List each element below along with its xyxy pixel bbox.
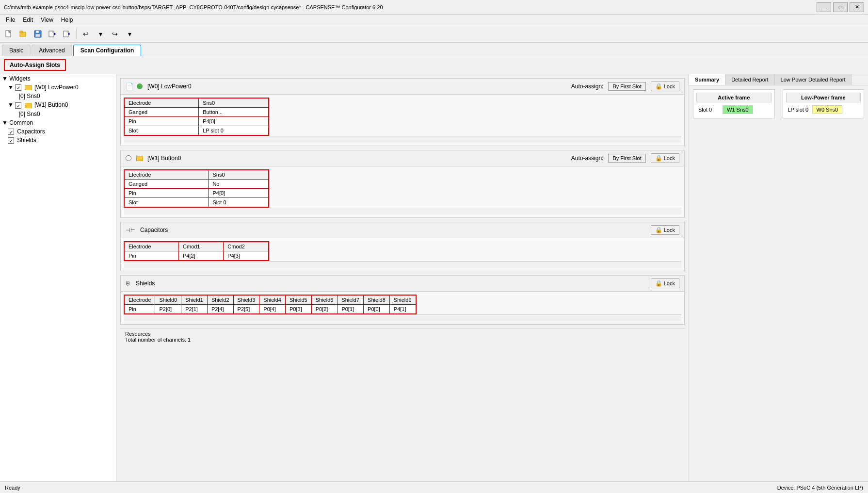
shields-body: Electrode Shield0 Shield1 Shield2 Shield…: [121, 292, 684, 324]
lowpower0-row-slot: Slot LP slot 0: [124, 126, 269, 136]
tree-arrow-common[interactable]: ▼: [2, 119, 8, 126]
button0-body: Electrode Sns0 Ganged No Pin P4[0] Slo: [121, 166, 684, 217]
sh-shield9-pin[interactable]: P4[1]: [389, 305, 416, 314]
lowpower0-auto-assign-btn[interactable]: By First Slot: [608, 82, 645, 91]
capacitors-lock-btn[interactable]: 🔒 Lock: [651, 225, 679, 235]
lowpower0-slot-value[interactable]: LP slot 0: [199, 126, 269, 136]
button0-lock-label: Lock: [664, 155, 675, 161]
menu-file[interactable]: File: [2, 16, 19, 24]
shields-table: Electrode Shield0 Shield1 Shield2 Shield…: [124, 295, 417, 314]
sh-shield5-pin[interactable]: P0[3]: [286, 305, 312, 314]
capacitors-table-header: Electrode Cmod1 Cmod2: [124, 242, 269, 251]
right-tab-summary[interactable]: Summary: [689, 74, 725, 85]
button0-lock-btn[interactable]: 🔒 Lock: [651, 153, 679, 163]
tree-common-group[interactable]: ▼ Common: [0, 118, 116, 127]
shields-lock-btn[interactable]: 🔒 Lock: [651, 279, 679, 288]
tab-basic[interactable]: Basic: [2, 45, 31, 56]
tree-arrow-w0[interactable]: ▼: [8, 84, 14, 91]
right-tab-detailed[interactable]: Detailed Report: [725, 74, 774, 85]
import-button[interactable]: [60, 27, 74, 41]
sh-shield1-pin[interactable]: P2[1]: [181, 305, 208, 314]
sh-shield0-pin[interactable]: P2[0]: [155, 305, 181, 314]
title-bar: C:/mtw/mtb-example-psoc4-msclp-low-power…: [0, 0, 868, 15]
open-button[interactable]: [16, 27, 30, 41]
tree-w0-lowpower0[interactable]: ▼ [W0] LowPower0: [0, 83, 116, 92]
menu-edit[interactable]: Edit: [19, 16, 37, 24]
button0-auto-assign-btn[interactable]: By First Slot: [608, 154, 645, 163]
button0-title: [W1] Button0: [147, 155, 568, 162]
auto-assign-slots-button[interactable]: Auto-Assign Slots: [4, 59, 66, 71]
undo-button[interactable]: ↩: [79, 27, 93, 41]
redo-button[interactable]: ↪: [108, 27, 122, 41]
maximize-button[interactable]: □: [833, 2, 848, 12]
svg-rect-4: [36, 31, 39, 33]
minimize-button[interactable]: —: [817, 2, 831, 12]
capacitors-title: Capacitors: [140, 227, 648, 233]
undo-dropdown[interactable]: ▾: [94, 27, 107, 41]
button0-scrollbar[interactable]: [124, 208, 681, 214]
cap-cmod1-pin[interactable]: P4[2]: [179, 251, 224, 261]
tree-w1-button0[interactable]: ▼ [W1] Button0: [0, 100, 116, 109]
center-panel: 📄 [W0] LowPower0 Auto-assign: By First S…: [116, 74, 689, 493]
button0-ganged-value[interactable]: No: [209, 180, 269, 189]
tree-checkbox-shields[interactable]: [8, 137, 14, 144]
tree-arrow-w1[interactable]: ▼: [8, 101, 14, 108]
lowpower0-pin-value[interactable]: P4[0]: [199, 117, 269, 126]
lowpower-frame-slot0-row: LP slot 0 W0 Sns0: [786, 104, 861, 115]
sh-col-shield4: Shield4: [259, 295, 286, 305]
tree-checkbox-w0[interactable]: [15, 84, 21, 91]
status-device: Device: PSoC 4 (5th Generation LP): [777, 485, 863, 491]
lowpower0-ganged-value[interactable]: Button...: [199, 108, 269, 117]
button0-slot-value[interactable]: Slot 0: [209, 198, 269, 208]
button0-pin-value[interactable]: P4[0]: [209, 189, 269, 198]
lowpower0-lock-btn[interactable]: 🔒 Lock: [651, 82, 679, 91]
right-tab-lowpower[interactable]: Low Power Detailed Report: [775, 74, 852, 85]
redo-dropdown[interactable]: ▾: [123, 27, 136, 41]
sh-shield3-pin[interactable]: P2[5]: [233, 305, 259, 314]
lowpower0-table-header: Electrode Sns0: [124, 98, 269, 108]
resources-info: Resources Total number of channels: 1: [120, 329, 685, 345]
tab-advanced[interactable]: Advanced: [32, 45, 72, 56]
save-button[interactable]: [31, 27, 45, 41]
lowpower0-scrollbar[interactable]: [124, 136, 681, 143]
button0-table: Electrode Sns0 Ganged No Pin P4[0] Slo: [124, 169, 269, 208]
button0-row-ganged: Ganged No: [124, 180, 269, 189]
tab-scan-configuration[interactable]: Scan Configuration: [73, 45, 142, 56]
sh-shield4-pin[interactable]: P0[4]: [259, 305, 286, 314]
menu-view[interactable]: View: [37, 16, 57, 24]
button0-folder-icon: [136, 156, 143, 161]
svg-rect-5: [35, 34, 40, 37]
button0-col-electrode: Electrode: [124, 170, 209, 180]
svg-rect-2: [20, 31, 23, 33]
tree-shields[interactable]: Shields: [0, 136, 116, 145]
new-button[interactable]: [2, 27, 16, 41]
title-text: C:/mtw/mtb-example-psoc4-msclp-low-power…: [4, 4, 383, 10]
cap-col-electrode: Electrode: [124, 242, 179, 251]
tree-w0-sns0[interactable]: [0] Sns0: [0, 92, 116, 100]
export-button[interactable]: [46, 27, 59, 41]
tree-folder-w1: [25, 103, 32, 108]
tree-arrow-widgets[interactable]: ▼: [2, 75, 8, 82]
shields-scrollbar[interactable]: [124, 314, 681, 321]
sh-shield7-pin[interactable]: P0[1]: [338, 305, 364, 314]
tree-capacitors[interactable]: Capacitors: [0, 127, 116, 136]
capacitors-body: Electrode Cmod1 Cmod2 Pin P4[2] P4[3]: [121, 238, 684, 271]
tree-checkbox-w1[interactable]: [15, 102, 21, 109]
close-button[interactable]: ✕: [850, 2, 864, 12]
tree-widgets-group[interactable]: ▼ Widgets: [0, 74, 116, 83]
tree-checkbox-capacitors[interactable]: [8, 129, 14, 135]
active-frame-slot0-row: Slot 0 W1 Sns0: [696, 104, 772, 115]
tree-w1-sns0[interactable]: [0] Sns0: [0, 110, 116, 118]
cap-cmod2-pin[interactable]: P4[3]: [224, 251, 269, 261]
sh-shield6-pin[interactable]: P0[2]: [311, 305, 338, 314]
sh-pin-label: Pin: [124, 305, 155, 314]
sh-col-shield2: Shield2: [207, 295, 233, 305]
cap-col-cmod1: Cmod1: [179, 242, 224, 251]
sh-shield8-pin[interactable]: P0[0]: [364, 305, 390, 314]
lock-icon-b0: 🔒: [655, 155, 662, 162]
shields-row-pin: Pin P2[0] P2[1] P2[4] P2[5] P0[4] P0[3] …: [124, 305, 416, 314]
capacitors-scrollbar[interactable]: [124, 261, 681, 268]
sh-shield2-pin[interactable]: P2[4]: [207, 305, 233, 314]
button0-ganged-label: Ganged: [124, 180, 209, 189]
menu-help[interactable]: Help: [57, 16, 77, 24]
